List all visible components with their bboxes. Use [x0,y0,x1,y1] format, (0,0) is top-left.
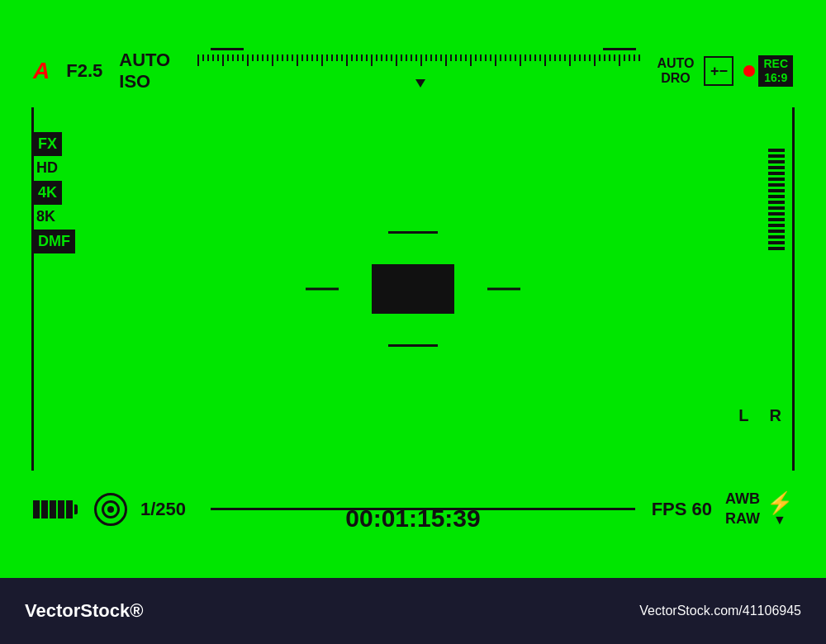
mode-8k: 8K [33,206,59,227]
ruler-tick [430,54,432,61]
ruler-tick [396,54,397,66]
ruler-tick [311,54,313,61]
ruler-tick [589,54,591,61]
ruler-tick [440,54,442,61]
ruler-tick [232,54,234,61]
ruler-tick [470,54,472,66]
mode-dmf: DMF [33,230,75,253]
ruler-tick [237,54,239,61]
ruler-tick [564,54,566,61]
ruler-tick [222,54,224,66]
rec-dot [743,65,755,77]
ruler-tick [614,54,615,61]
level-bar [768,230,785,233]
mode-hd: HD [33,158,61,178]
exposure-ruler [197,54,643,88]
mode-fx: FX [33,132,62,156]
level-bar [768,212,785,215]
ruler-tick [609,54,610,61]
ruler-tick [420,54,422,66]
footer-bar: VectorStock® VectorStock.com/41106945 [0,578,826,644]
ruler-tick [500,54,501,61]
ruler-tick [227,54,229,61]
ruler-tick [361,54,363,61]
ruler-tick [549,54,551,61]
ruler-tick [475,54,477,61]
ruler-tick [316,54,318,61]
ruler-tick [301,54,303,61]
ruler-tick [574,54,576,61]
ruler-tick [415,54,417,61]
ratio-label: 16:9 [763,71,788,85]
ruler-tick [554,54,556,61]
level-bar [768,241,785,244]
right-border-line [792,107,795,471]
lightning-icon: ⚡ [767,492,793,514]
lr-labels: L R [738,406,790,425]
viewfinder: A F2.5 AUTO ISO AUTODRO +− REC 16:9 [0,0,826,578]
level-bar [768,154,785,158]
level-bar [768,195,785,198]
rec-box: REC 16:9 [758,55,793,87]
ruler-tick [411,54,412,61]
footer-url: VectorStock.com/41106945 [639,604,801,618]
level-bar [768,206,785,210]
ruler-tick [306,54,308,61]
focus-area [372,264,454,314]
ruler-tick [515,54,516,61]
ruler-tick [638,54,640,61]
ruler-tick [326,54,328,61]
level-bar [768,201,785,204]
ruler-tick [544,54,546,66]
level-bar [768,235,785,239]
level-meter [768,149,785,250]
ruler-tick [480,54,482,61]
ruler-tick [366,54,368,61]
exposure-symbol: +− [710,63,728,80]
auto-dro-label: AUTODRO [657,56,694,85]
ruler-tick [460,54,462,61]
ruler-tick [257,54,259,61]
ruler-tick [569,54,571,66]
ruler-tick [435,54,437,61]
ruler-tick [455,54,457,61]
alpha-icon: A [33,58,50,84]
focus-left-line [306,288,339,291]
ruler-tick [212,54,214,61]
fps-label: FPS 60 [652,499,712,520]
awb-label: AWB [725,490,760,509]
ruler-tick [539,54,541,61]
camera-icon [94,493,127,526]
ruler-tick [445,54,447,66]
ruler-tick [510,54,511,61]
ruler-tick [465,54,467,61]
level-bar [768,160,785,163]
focus-right-line [487,288,520,291]
ruler-tick [386,54,387,61]
ruler-tick [341,54,343,61]
brand-name: VectorStock® [25,600,143,622]
ruler-tick [619,54,620,66]
battery-icon [33,500,78,519]
top-bar: A F2.5 AUTO ISO AUTODRO +− REC 16:9 [33,50,793,92]
focus-top-line [388,231,438,234]
ruler-tick [287,54,288,61]
battery-seg-1 [33,500,40,519]
ruler-tick [267,54,268,61]
ruler-tick [450,54,452,61]
ruler-tick [376,54,377,61]
ruler-tick [520,54,521,66]
level-bar [768,183,785,187]
ruler-tick [351,54,353,61]
ruler-tick [534,54,536,61]
rec-label: REC [763,57,788,71]
level-bar [768,172,785,175]
ruler-tick [406,54,407,61]
ruler-tick [262,54,263,61]
ruler-tick [336,54,338,61]
level-bar [768,247,785,250]
ruler-tick [425,54,427,61]
battery-seg-2 [41,500,48,519]
auto-iso-label: AUTO ISO [119,50,181,92]
ruler-tick [356,54,358,61]
